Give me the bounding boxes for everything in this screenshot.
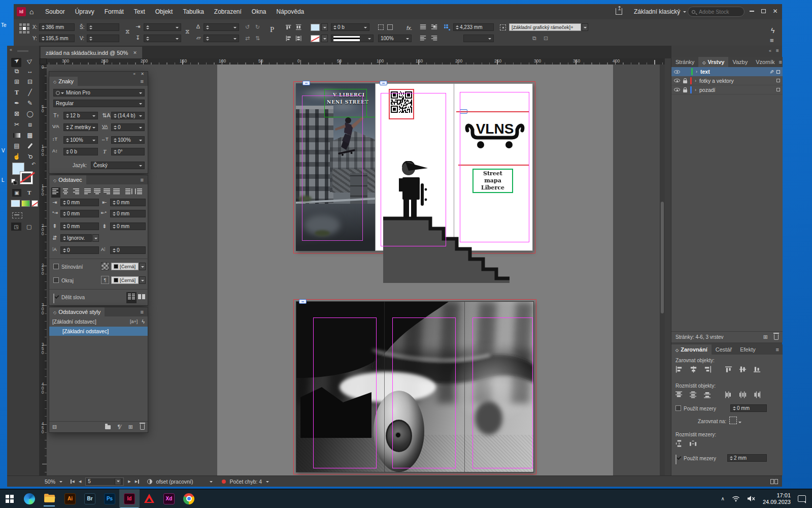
wifi-icon[interactable] — [732, 495, 740, 502]
lightning-quick-apply-icon[interactable]: ϟ — [771, 26, 774, 35]
font-style-field[interactable]: Regular — [53, 100, 145, 107]
horizontal-ruler[interactable]: 3002502001501005005010015020025030035040… — [47, 58, 665, 65]
tab-znaky[interactable]: Znaky — [49, 77, 78, 86]
distribute-bottom-button[interactable] — [704, 391, 712, 400]
page-number-field[interactable]: 5 — [85, 478, 124, 486]
tab-zarovnani[interactable]: Zarovnání — [671, 344, 712, 355]
use-spacing-checkbox-1[interactable] — [675, 405, 681, 411]
align-center-button[interactable] — [62, 188, 70, 197]
pages-preview-icon[interactable] — [770, 479, 778, 484]
new-style-icon[interactable]: ⊞ — [128, 424, 133, 430]
tab-odstavec[interactable]: Odstavec — [49, 175, 86, 184]
dropcap-chars-field[interactable]: 0 — [110, 246, 146, 254]
panel-menu-icon[interactable]: ≡ — [770, 37, 774, 44]
align-left-button[interactable] — [51, 187, 60, 198]
menu-upravy[interactable]: Úpravy — [70, 4, 99, 19]
gradient-feather-tool[interactable]: ▩ — [24, 131, 36, 140]
start-button[interactable] — [4, 493, 15, 504]
corner-options-icon[interactable] — [444, 24, 450, 30]
reference-point-proxy[interactable] — [19, 23, 29, 34]
menu-zobrazeni[interactable]: Zobrazení — [209, 4, 247, 19]
quick-apply-lightning-icon[interactable]: ϟ — [142, 319, 145, 325]
leading-field[interactable]: (14,4 b) — [111, 112, 145, 119]
skew-field[interactable]: 0° — [111, 148, 145, 155]
layer-target-square[interactable] — [776, 88, 780, 91]
same-style-spacing-field[interactable]: Ignorov. — [60, 234, 92, 242]
shading-pattern-icon[interactable] — [101, 262, 109, 270]
collapse-panel-icon[interactable]: « — [133, 72, 136, 76]
apply-gradient-button[interactable] — [21, 200, 30, 207]
swap-fill-stroke-icon[interactable]: ↶ — [31, 162, 36, 167]
type-tool[interactable]: T — [11, 88, 22, 97]
error-count[interactable]: Počet chyb: 4 — [230, 479, 262, 485]
border-color-dropdown[interactable] — [139, 276, 146, 284]
rotate-cw-icon[interactable]: ↻ — [255, 24, 260, 30]
fx-label[interactable]: fx. — [407, 25, 413, 31]
flip-horizontal-icon[interactable]: ⇄ — [245, 36, 250, 41]
redefine-style-icon[interactable]: ¶⁄ — [118, 424, 121, 430]
border-checkbox[interactable] — [53, 277, 59, 283]
close-button[interactable]: ✕ — [769, 4, 781, 18]
layer-expand-icon[interactable]: › — [696, 69, 697, 74]
use-spacing-checkbox-2[interactable] — [675, 455, 676, 464]
fill-flyout-button[interactable] — [321, 23, 328, 31]
chrome-icon[interactable] — [183, 493, 194, 504]
wrap-options-icon[interactable] — [420, 35, 427, 42]
explorer-icon[interactable] — [44, 494, 56, 504]
layer-name[interactable]: fotky a vektory — [699, 78, 734, 84]
tab-cestar[interactable]: Cestář — [712, 344, 736, 355]
workspace-switcher[interactable]: Základní klasický — [634, 4, 686, 19]
tab-vzornik[interactable]: Vzorník — [752, 57, 779, 67]
panel-menu-icon[interactable]: ≡ — [141, 309, 144, 315]
layer-name[interactable]: pozadí — [699, 87, 716, 93]
single-column-icon[interactable] — [126, 292, 137, 303]
align-toward-spine-button[interactable] — [125, 188, 133, 197]
style-clear-icon[interactable]: ⊡ — [544, 36, 548, 41]
font-family-field[interactable]: Minion Pro — [53, 89, 145, 97]
layer-expand-icon[interactable]: › — [695, 78, 696, 83]
ellipse-tool[interactable]: ◯ — [24, 109, 36, 118]
panel-menu-icon[interactable]: ≡ — [776, 346, 779, 353]
distribute-right-button[interactable] — [754, 391, 761, 400]
tab-odstavcove-styly[interactable]: Odstavcové styly — [49, 307, 105, 316]
menu-tabulka[interactable]: Tabulka — [178, 4, 209, 19]
corner-radius-field[interactable]: 4,233 mm — [453, 23, 494, 31]
formatting-text-toggle[interactable]: T — [27, 189, 31, 196]
edge-icon[interactable] — [24, 493, 35, 504]
content-collector-tool[interactable]: ⊞ — [11, 77, 22, 86]
horizontal-scale-field[interactable]: 100% — [111, 136, 145, 144]
y-field[interactable]: 195,5 mm — [39, 35, 75, 42]
photoshop-icon[interactable]: Ps — [104, 493, 115, 504]
pen-tool[interactable]: ✒ — [11, 99, 22, 108]
layer-target-square[interactable] — [776, 79, 780, 82]
document-tab[interactable]: základ na skládačku.indd @ 50% ✕ — [41, 47, 142, 58]
first-page-button[interactable]: ◀ — [71, 480, 75, 484]
flip-vertical-icon[interactable]: ⇅ — [255, 36, 260, 41]
new-layer-icon[interactable]: ⊞ — [763, 334, 768, 340]
layer-lock-icon[interactable] — [683, 89, 687, 92]
line-tool[interactable]: ╱ — [24, 88, 36, 97]
layer-expand-icon[interactable]: › — [695, 87, 696, 92]
opacity-field[interactable]: 100% — [378, 35, 412, 42]
distribute-h-space-button[interactable] — [690, 440, 697, 449]
action-center-icon[interactable] — [798, 495, 806, 502]
content-placer-tool[interactable]: ⊟ — [24, 77, 36, 86]
indesign-taskbar-cell[interactable]: Id — [119, 489, 140, 508]
hand-tool[interactable]: ☝ — [11, 152, 22, 161]
tracking-field[interactable]: 0 — [111, 123, 145, 131]
shading-color-dropdown[interactable] — [139, 263, 146, 270]
wrap-alt-icon[interactable] — [431, 35, 438, 42]
zoom-dropdown[interactable] — [59, 481, 62, 484]
distribute-mini-icon[interactable] — [296, 24, 302, 30]
delete-layer-icon[interactable] — [774, 334, 779, 340]
layer-visibility-icon[interactable] — [674, 79, 680, 82]
font-size-field[interactable]: 12 b — [63, 112, 98, 119]
distribute-h-center-button[interactable] — [739, 391, 747, 400]
maximize-button[interactable] — [758, 4, 769, 18]
layer-target-square[interactable] — [776, 70, 780, 74]
zoom-tool[interactable]: ⚲ — [24, 152, 36, 161]
home-icon[interactable]: ⌂ — [29, 8, 33, 16]
justify-all-button[interactable] — [113, 188, 121, 197]
pencil-tool[interactable]: ✎ — [24, 99, 36, 108]
stroke-color-swatch[interactable] — [311, 35, 320, 42]
